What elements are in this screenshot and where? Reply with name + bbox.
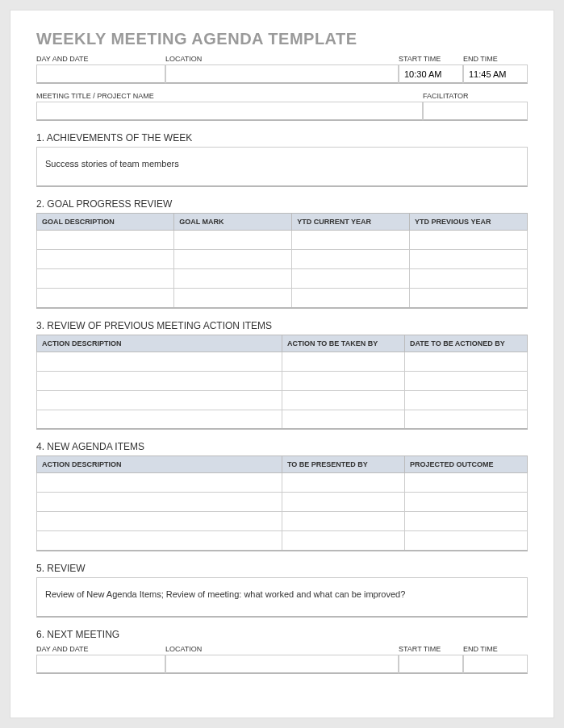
end-time-label: END TIME xyxy=(463,53,528,64)
table-row xyxy=(37,289,528,308)
table-cell[interactable] xyxy=(410,289,528,308)
table-cell[interactable] xyxy=(37,289,174,308)
table-cell[interactable] xyxy=(405,410,528,429)
end-time-input[interactable] xyxy=(463,64,528,84)
next-end-time-col: END TIME xyxy=(463,643,528,674)
col-new-outcome: PROJECTED OUTCOME xyxy=(405,456,528,473)
table-cell[interactable] xyxy=(174,289,292,308)
table-cell[interactable] xyxy=(282,531,405,551)
col-ytd-current: YTD CURRENT YEAR xyxy=(292,214,410,231)
next-start-time-label: START TIME xyxy=(399,643,463,655)
prev-action-table: ACTION DESCRIPTION ACTION TO BE TAKEN BY… xyxy=(36,335,528,431)
section-2-title: 2. GOAL PROGRESS REVIEW xyxy=(36,198,528,210)
table-cell[interactable] xyxy=(37,231,174,250)
col-goal-desc: GOAL DESCRIPTION xyxy=(37,214,174,231)
table-cell[interactable] xyxy=(410,269,528,289)
section-3-title: 3. REVIEW OF PREVIOUS MEETING ACTION ITE… xyxy=(36,320,528,331)
table-cell[interactable] xyxy=(37,352,282,371)
table-row xyxy=(37,390,528,410)
header-row-2: MEETING TITLE / PROJECT NAME FACILITATOR xyxy=(36,90,528,121)
table-row xyxy=(37,493,528,512)
next-day-date-label: DAY AND DATE xyxy=(36,643,165,655)
next-end-time-input[interactable] xyxy=(463,655,528,674)
meeting-title-label: MEETING TITLE / PROJECT NAME xyxy=(36,90,423,102)
next-start-time-input[interactable] xyxy=(399,655,463,674)
section-1-title: 1. ACHIEVEMENTS OF THE WEEK xyxy=(36,132,528,144)
facilitator-input[interactable] xyxy=(423,102,528,121)
table-row xyxy=(37,269,528,289)
section-5-title: 5. REVIEW xyxy=(36,563,528,574)
table-cell[interactable] xyxy=(405,531,528,551)
table-cell[interactable] xyxy=(174,231,292,250)
table-cell[interactable] xyxy=(405,512,528,531)
day-date-input[interactable] xyxy=(36,64,165,84)
new-agenda-table: ACTION DESCRIPTION TO BE PRESENTED BY PR… xyxy=(36,456,528,551)
table-cell[interactable] xyxy=(405,352,528,371)
col-action-date: DATE TO BE ACTIONED BY xyxy=(405,335,528,352)
location-col: LOCATION xyxy=(165,53,399,84)
location-label: LOCATION xyxy=(165,53,399,64)
goal-tbody xyxy=(37,231,528,308)
table-cell[interactable] xyxy=(282,512,405,531)
table-row xyxy=(37,410,528,429)
table-cell[interactable] xyxy=(37,531,282,551)
col-goal-mark: GOAL MARK xyxy=(174,214,292,231)
location-input[interactable] xyxy=(165,64,399,84)
table-cell[interactable] xyxy=(37,269,174,289)
table-cell[interactable] xyxy=(405,390,528,410)
start-time-label: START TIME xyxy=(399,53,463,64)
col-new-by: TO BE PRESENTED BY xyxy=(282,456,405,473)
table-cell[interactable] xyxy=(37,390,282,410)
table-cell[interactable] xyxy=(37,512,282,531)
table-cell[interactable] xyxy=(282,493,405,512)
section-1-content[interactable]: Success stories of team members xyxy=(36,147,528,187)
table-cell[interactable] xyxy=(410,250,528,269)
table-cell[interactable] xyxy=(282,390,405,410)
col-action-desc: ACTION DESCRIPTION xyxy=(37,335,282,352)
table-cell[interactable] xyxy=(37,371,282,390)
next-meeting-row: DAY AND DATE LOCATION START TIME END TIM… xyxy=(36,643,528,674)
table-cell[interactable] xyxy=(37,250,174,269)
table-cell[interactable] xyxy=(282,352,405,371)
table-cell[interactable] xyxy=(174,269,292,289)
table-cell[interactable] xyxy=(405,493,528,512)
next-location-col: LOCATION xyxy=(165,643,399,674)
table-cell[interactable] xyxy=(37,410,282,429)
meeting-title-input[interactable] xyxy=(36,102,423,121)
table-row xyxy=(37,473,528,493)
table-cell[interactable] xyxy=(292,250,410,269)
table-cell[interactable] xyxy=(37,473,282,493)
table-cell[interactable] xyxy=(292,269,410,289)
col-new-desc: ACTION DESCRIPTION xyxy=(37,456,282,473)
next-location-input[interactable] xyxy=(165,655,399,674)
header-row-1: DAY AND DATE LOCATION START TIME END TIM… xyxy=(36,53,528,84)
next-end-time-label: END TIME xyxy=(463,643,528,655)
table-cell[interactable] xyxy=(292,289,410,308)
document-page: WEEKLY MEETING AGENDA TEMPLATE DAY AND D… xyxy=(10,10,554,718)
section-5-content[interactable]: Review of New Agenda Items; Review of me… xyxy=(36,577,528,618)
next-location-label: LOCATION xyxy=(165,643,399,655)
table-cell[interactable] xyxy=(292,231,410,250)
next-day-date-col: DAY AND DATE xyxy=(36,643,165,674)
table-row xyxy=(37,352,528,371)
start-time-input[interactable] xyxy=(399,64,463,84)
page-title: WEEKLY MEETING AGENDA TEMPLATE xyxy=(36,30,528,48)
facilitator-col: FACILITATOR xyxy=(423,90,528,121)
table-row xyxy=(37,231,528,250)
table-cell[interactable] xyxy=(282,473,405,493)
table-cell[interactable] xyxy=(410,231,528,250)
table-cell[interactable] xyxy=(282,371,405,390)
table-cell[interactable] xyxy=(37,493,282,512)
next-day-date-input[interactable] xyxy=(36,655,165,674)
prev-action-tbody xyxy=(37,352,528,429)
new-agenda-tbody xyxy=(37,473,528,551)
table-cell[interactable] xyxy=(282,410,405,429)
table-cell[interactable] xyxy=(405,371,528,390)
table-cell[interactable] xyxy=(405,473,528,493)
next-start-time-col: START TIME xyxy=(399,643,463,674)
end-time-col: END TIME xyxy=(463,53,528,84)
table-cell[interactable] xyxy=(174,250,292,269)
table-row xyxy=(37,531,528,551)
col-action-by: ACTION TO BE TAKEN BY xyxy=(282,335,405,352)
section-6-title: 6. NEXT MEETING xyxy=(36,629,528,640)
